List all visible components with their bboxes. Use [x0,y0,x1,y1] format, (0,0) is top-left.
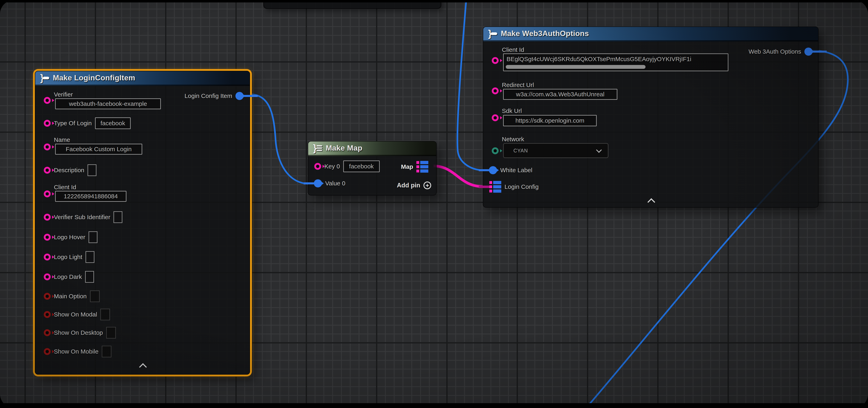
client-id-scrollbar[interactable] [506,65,646,69]
input-pin-verifier[interactable] [44,97,51,104]
main-option-checkbox[interactable] [90,291,100,302]
description-input[interactable] [88,164,96,176]
row-show-on-modal: Show On Modal [44,308,110,320]
output-pin-web3auth-options[interactable] [804,47,812,56]
node-make-loginconfigitem[interactable]: } Make LoginConfigItem Login Config Item… [35,71,250,375]
row-key0: Key 0 facebook [314,160,380,172]
input-pin-show-on-modal[interactable] [44,311,51,318]
sdk-url-input[interactable]: https://sdk.openlogin.com [503,115,597,126]
input-pin-main-option[interactable] [44,293,51,300]
key0-input[interactable]: facebook [343,161,380,172]
field-label: Client Id [502,46,524,53]
row-login-config: Login Config [489,181,538,193]
node-title: Make Web3AuthOptions [501,29,589,38]
node-header-make-loginconfigitem[interactable]: } Make LoginConfigItem [35,71,250,86]
row-logo-hover: Logo Hover [44,231,97,243]
input-pin-logo-hover[interactable] [44,234,51,241]
output-row-map: Map [401,161,428,173]
node-header-make-map[interactable]: } Make Map [308,141,436,156]
make-struct-icon: } [488,29,497,38]
input-pin-client-id[interactable] [44,191,51,197]
field-label: Name [54,136,70,143]
output-pin-label: Login Config Item [185,93,232,99]
input-pin-login-config[interactable] [489,181,501,193]
input-pin-sdk-url[interactable] [492,114,499,121]
row-main-option: Main Option [44,290,100,302]
field-label: Sdk Url [502,107,522,114]
make-struct-icon: } [40,73,49,83]
verifier-sub-identifier-input[interactable] [114,211,122,223]
row-logo-light: Logo Light [44,251,94,263]
add-pin-button[interactable]: Add pin + [397,181,431,189]
client-id-input[interactable]: BEglQSgt4cUWcj6SKRdu5QkOXTsePmMcusG5EAoy… [503,54,728,71]
chevron-down-icon [596,147,602,153]
input-pin-type-of-login[interactable] [44,120,51,127]
row-type-of-login: Type Of Login facebook [44,117,131,129]
logo-hover-input[interactable] [89,231,97,243]
output-pin-label: Web 3Auth Options [748,48,801,55]
row-description: Description [44,164,96,176]
input-pin-redirect-url[interactable] [492,88,499,94]
make-map-icon: } [313,143,322,153]
show-on-desktop-checkbox[interactable] [106,327,116,339]
logo-dark-input[interactable] [85,271,94,283]
input-pin-verifier-sub-identifier[interactable] [44,214,51,220]
field-label: Verifier [54,91,73,98]
input-pin-network[interactable] [492,147,499,154]
row-show-on-desktop: Show On Desktop [44,327,116,339]
input-pin-client-id[interactable] [492,57,499,64]
row-logo-dark: Logo Dark [44,271,94,283]
input-pin-value0[interactable] [314,179,322,188]
input-pin-key0[interactable] [314,163,321,170]
input-pin-white-label[interactable] [489,166,497,174]
input-pin-description[interactable] [44,167,51,174]
input-pin-logo-light[interactable] [44,253,51,261]
add-pin-plus-icon: + [424,181,431,189]
screen-top-edge [0,0,868,2]
show-on-modal-checkbox[interactable] [100,309,110,320]
collapse-chevron-icon[interactable] [139,363,147,371]
node-make-map[interactable]: } Make Map Key 0 facebook Map Value 0 Ad… [308,141,437,196]
node-title: Make Map [326,144,363,152]
output-row-login-config-item: Login Config Item [185,90,244,102]
redirect-url-input[interactable]: w3a://com.w3a.Web3AuthUnreal [503,89,617,100]
input-pin-logo-dark[interactable] [44,273,51,280]
input-pin-show-on-mobile[interactable] [44,348,51,355]
node-header-make-web3authoptions[interactable]: } Make Web3AuthOptions [483,27,818,41]
row-white-label: White Label [489,164,532,176]
field-label: Client Id [54,184,76,191]
node-make-web3authoptions[interactable]: } Make Web3AuthOptions Web 3Auth Options… [483,27,818,208]
collapse-chevron-icon[interactable] [647,198,655,206]
client-id-input[interactable]: 1222658941886084 [55,191,126,202]
output-row-web3auth-options: Web 3Auth Options [748,45,812,58]
input-pin-show-on-desktop[interactable] [44,329,51,336]
field-label: Network [502,136,524,143]
type-of-login-input[interactable]: facebook [95,117,131,129]
output-pin-login-config-item[interactable] [236,92,244,100]
output-pin-map[interactable] [416,161,428,173]
row-value0: Value 0 [314,177,345,190]
network-dropdown[interactable]: CYAN [503,143,609,158]
logo-light-input[interactable] [86,251,94,263]
node-title: Make LoginConfigItem [53,74,135,82]
row-verifier-sub-identifier: Verifier Sub Identifier [44,211,122,223]
name-input[interactable]: Facebook Custom Login [55,144,142,155]
blueprint-graph-canvas[interactable]: } Make LoginConfigItem Login Config Item… [0,0,868,408]
show-on-mobile-checkbox[interactable] [102,346,112,358]
field-label: Redirect Url [502,81,534,89]
wire-top-to-white-label [457,0,483,170]
wire-login-config-item-to-value0 [251,94,309,184]
verifier-input[interactable]: web3auth-facebook-example [55,98,161,109]
screen-bottom-edge [0,403,868,408]
row-show-on-mobile: Show On Mobile [44,345,112,358]
input-pin-name[interactable] [44,143,51,150]
